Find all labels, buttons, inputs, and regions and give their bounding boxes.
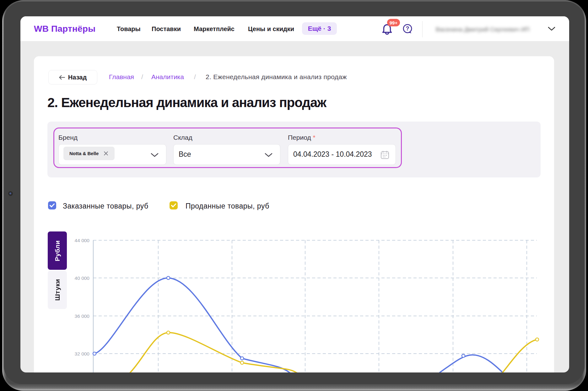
svg-text:?: ? [406,25,409,32]
svg-text:32 000: 32 000 [75,351,90,356]
svg-text:40 000: 40 000 [75,275,90,281]
svg-text:36 000: 36 000 [75,313,90,319]
svg-text:44 000: 44 000 [75,238,90,243]
